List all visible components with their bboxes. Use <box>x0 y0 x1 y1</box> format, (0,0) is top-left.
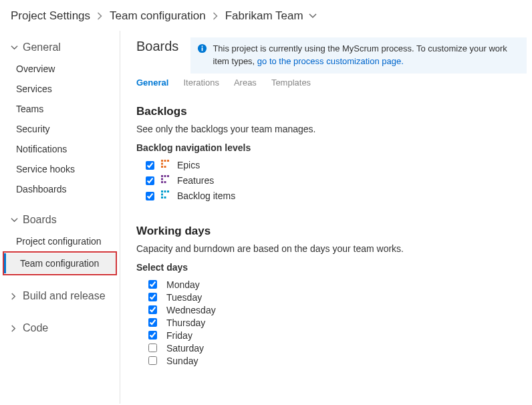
breadcrumb-seg-fabrikam[interactable]: Fabrikam Team <box>225 9 317 23</box>
backlog-level-features: Features <box>146 175 527 186</box>
svg-point-2 <box>202 45 203 47</box>
backlog-level-label: Epics <box>177 160 200 170</box>
backlogs-subtitle: Backlog navigation levels <box>136 142 527 153</box>
checkbox-features[interactable] <box>146 176 154 185</box>
workingdays-title: Working days <box>136 225 527 238</box>
day-label: Saturday <box>166 343 204 354</box>
backlog-level-label: Features <box>177 175 214 186</box>
chevron-down-icon <box>11 45 19 51</box>
checkbox-epics[interactable] <box>146 161 154 170</box>
svg-rect-7 <box>161 166 163 168</box>
chevron-down-icon <box>11 217 19 223</box>
breadcrumb: Project Settings Team configuration Fabr… <box>0 0 532 31</box>
day-label: Wednesday <box>166 305 216 315</box>
svg-rect-1 <box>202 47 203 51</box>
breadcrumb-seg-project-settings[interactable]: Project Settings <box>11 9 90 23</box>
sidebar-group-label: Boards <box>23 214 57 226</box>
workingdays-desc: Capacity and burndown are based on the d… <box>136 243 527 254</box>
tabs: General Iterations Areas Templates <box>136 78 527 88</box>
feature-icon <box>161 175 170 186</box>
chevron-right-icon <box>11 293 19 300</box>
sidebar: General Overview Services Teams Security… <box>0 31 120 404</box>
day-label: Tuesday <box>166 292 202 303</box>
breadcrumb-seg-label: Fabrikam Team <box>225 9 303 22</box>
main-content: Boards This project is currently using t… <box>120 31 532 404</box>
tab-areas[interactable]: Areas <box>234 78 257 88</box>
epic-icon <box>161 160 170 171</box>
chevron-down-icon <box>309 13 317 19</box>
sidebar-item-project-config[interactable]: Project configuration <box>0 231 120 251</box>
backlog-level-items: Backlog items <box>146 190 527 202</box>
sidebar-item-overview[interactable]: Overview <box>0 59 120 79</box>
svg-rect-5 <box>167 160 169 162</box>
svg-rect-13 <box>161 181 163 183</box>
day-row-sunday: Sunday <box>148 356 527 366</box>
svg-rect-4 <box>164 160 166 162</box>
checkbox-saturday[interactable] <box>148 344 157 352</box>
day-row-friday: Friday <box>148 330 527 341</box>
sidebar-group-label: General <box>23 41 61 53</box>
info-banner: This project is currently using the MySc… <box>190 37 527 74</box>
sidebar-item-services[interactable]: Services <box>0 79 120 99</box>
banner-link[interactable]: go to the process customization page. <box>257 56 404 66</box>
sidebar-item-security[interactable]: Security <box>0 119 120 139</box>
day-label: Monday <box>166 279 200 290</box>
sidebar-group-boards[interactable]: Boards <box>0 209 120 231</box>
checkbox-wednesday[interactable] <box>148 305 157 314</box>
day-row-wednesday: Wednesday <box>148 305 527 315</box>
checkbox-thursday[interactable] <box>148 318 157 327</box>
svg-rect-16 <box>164 190 166 192</box>
checkbox-tuesday[interactable] <box>148 293 157 301</box>
svg-rect-6 <box>161 162 163 164</box>
checkbox-monday[interactable] <box>148 280 157 289</box>
svg-rect-12 <box>161 178 163 180</box>
sidebar-group-label: Build and release <box>23 290 106 302</box>
svg-rect-8 <box>164 166 166 168</box>
sidebar-item-notifications[interactable]: Notifications <box>0 139 120 159</box>
page-title: Boards <box>136 37 178 54</box>
sidebar-group-general[interactable]: General <box>0 36 120 59</box>
svg-rect-9 <box>161 175 163 177</box>
checkbox-sunday[interactable] <box>148 356 157 365</box>
tab-iterations[interactable]: Iterations <box>183 78 219 88</box>
chevron-right-icon <box>213 11 219 22</box>
sidebar-group-build-release[interactable]: Build and release <box>0 285 120 307</box>
backlog-level-label: Backlog items <box>177 190 235 201</box>
day-row-monday: Monday <box>148 279 527 290</box>
sidebar-item-team-config[interactable]: Team configuration <box>4 253 116 273</box>
svg-rect-18 <box>161 193 163 195</box>
sidebar-item-dashboards[interactable]: Dashboards <box>0 179 120 199</box>
info-icon <box>197 43 207 53</box>
highlighted-item: Team configuration <box>3 251 117 275</box>
svg-rect-20 <box>164 196 166 198</box>
day-row-thursday: Thursday <box>148 317 527 328</box>
svg-rect-11 <box>167 175 169 177</box>
svg-rect-14 <box>164 181 166 183</box>
backlog-item-icon <box>161 190 170 202</box>
day-label: Sunday <box>166 356 198 366</box>
day-row-saturday: Saturday <box>148 343 527 354</box>
svg-rect-3 <box>161 160 163 162</box>
tab-general[interactable]: General <box>136 78 168 88</box>
checkbox-friday[interactable] <box>148 331 157 340</box>
svg-rect-17 <box>167 190 169 192</box>
day-label: Thursday <box>166 317 205 328</box>
day-label: Friday <box>166 330 192 341</box>
tab-templates[interactable]: Templates <box>271 78 311 88</box>
sidebar-group-code[interactable]: Code <box>0 317 120 340</box>
svg-rect-15 <box>161 190 163 192</box>
chevron-right-icon <box>11 325 19 332</box>
svg-rect-19 <box>161 196 163 198</box>
checkbox-backlog-items[interactable] <box>146 192 154 200</box>
sidebar-item-teams[interactable]: Teams <box>0 99 120 119</box>
breadcrumb-seg-team-config[interactable]: Team configuration <box>110 9 206 23</box>
backlogs-desc: See only the backlogs your team manages. <box>136 124 527 134</box>
backlogs-title: Backlogs <box>136 105 527 118</box>
sidebar-group-label: Code <box>23 322 48 334</box>
day-row-tuesday: Tuesday <box>148 292 527 303</box>
sidebar-item-service-hooks[interactable]: Service hooks <box>0 159 120 179</box>
workingdays-subtitle: Select days <box>136 262 527 273</box>
svg-rect-10 <box>164 175 166 177</box>
chevron-right-icon <box>97 11 103 22</box>
backlog-level-epics: Epics <box>146 160 527 171</box>
